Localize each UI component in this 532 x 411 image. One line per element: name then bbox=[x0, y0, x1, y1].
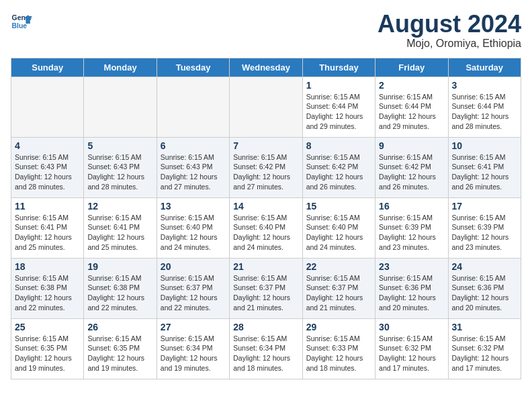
calendar-day-cell: 27Sunrise: 6:15 AM Sunset: 6:34 PM Dayli… bbox=[157, 318, 229, 379]
calendar-day-cell: 26Sunrise: 6:15 AM Sunset: 6:35 PM Dayli… bbox=[84, 318, 157, 379]
title-block: August 2024 Mojo, Oromiya, Ethiopia bbox=[378, 11, 521, 50]
day-number: 9 bbox=[379, 140, 444, 151]
calendar-day-cell: 11Sunrise: 6:15 AM Sunset: 6:41 PM Dayli… bbox=[11, 197, 84, 258]
day-number: 10 bbox=[452, 140, 517, 151]
calendar-week-row: 11Sunrise: 6:15 AM Sunset: 6:41 PM Dayli… bbox=[11, 197, 521, 258]
day-info: Sunrise: 6:15 AM Sunset: 6:42 PM Dayligh… bbox=[379, 152, 444, 192]
day-info: Sunrise: 6:15 AM Sunset: 6:41 PM Dayligh… bbox=[452, 152, 517, 192]
day-number: 30 bbox=[379, 322, 444, 332]
day-number: 24 bbox=[452, 261, 517, 272]
day-number: 17 bbox=[452, 201, 517, 212]
day-number: 5 bbox=[87, 140, 152, 151]
day-number: 11 bbox=[15, 201, 80, 212]
day-number: 31 bbox=[452, 322, 517, 332]
calendar-day-cell: 30Sunrise: 6:15 AM Sunset: 6:32 PM Dayli… bbox=[375, 318, 448, 379]
weekday-header-row: SundayMondayTuesdayWednesdayThursdayFrid… bbox=[11, 58, 521, 77]
day-number: 19 bbox=[87, 261, 152, 272]
day-number: 28 bbox=[233, 322, 298, 332]
calendar-day-cell: 17Sunrise: 6:15 AM Sunset: 6:39 PM Dayli… bbox=[448, 197, 521, 258]
day-number: 13 bbox=[161, 201, 226, 212]
day-info: Sunrise: 6:15 AM Sunset: 6:32 PM Dayligh… bbox=[379, 334, 444, 373]
day-number: 27 bbox=[161, 322, 226, 332]
calendar-day-cell: 7Sunrise: 6:15 AM Sunset: 6:42 PM Daylig… bbox=[230, 137, 302, 197]
day-info: Sunrise: 6:15 AM Sunset: 6:42 PM Dayligh… bbox=[306, 152, 371, 192]
day-info: Sunrise: 6:15 AM Sunset: 6:43 PM Dayligh… bbox=[161, 152, 226, 192]
day-info: Sunrise: 6:15 AM Sunset: 6:36 PM Dayligh… bbox=[452, 273, 517, 313]
calendar-day-cell: 16Sunrise: 6:15 AM Sunset: 6:39 PM Dayli… bbox=[375, 197, 448, 258]
calendar-day-cell: 6Sunrise: 6:15 AM Sunset: 6:43 PM Daylig… bbox=[157, 137, 229, 197]
calendar-day-cell: 28Sunrise: 6:15 AM Sunset: 6:34 PM Dayli… bbox=[230, 318, 302, 379]
day-info: Sunrise: 6:15 AM Sunset: 6:36 PM Dayligh… bbox=[379, 273, 444, 313]
day-info: Sunrise: 6:15 AM Sunset: 6:43 PM Dayligh… bbox=[87, 152, 152, 192]
calendar-day-cell: 24Sunrise: 6:15 AM Sunset: 6:36 PM Dayli… bbox=[448, 258, 521, 318]
calendar-day-cell: 10Sunrise: 6:15 AM Sunset: 6:41 PM Dayli… bbox=[448, 137, 521, 197]
calendar-day-cell: 5Sunrise: 6:15 AM Sunset: 6:43 PM Daylig… bbox=[84, 137, 157, 197]
day-info: Sunrise: 6:15 AM Sunset: 6:42 PM Dayligh… bbox=[233, 152, 298, 192]
day-info: Sunrise: 6:15 AM Sunset: 6:38 PM Dayligh… bbox=[87, 273, 152, 313]
weekday-header: Sunday bbox=[11, 58, 84, 77]
calendar-week-row: 18Sunrise: 6:15 AM Sunset: 6:38 PM Dayli… bbox=[11, 258, 521, 318]
weekday-header: Wednesday bbox=[230, 58, 302, 77]
calendar-day-cell: 14Sunrise: 6:15 AM Sunset: 6:40 PM Dayli… bbox=[230, 197, 302, 258]
calendar-day-cell: 13Sunrise: 6:15 AM Sunset: 6:40 PM Dayli… bbox=[157, 197, 229, 258]
day-number: 4 bbox=[15, 140, 80, 151]
day-number: 20 bbox=[161, 261, 226, 272]
day-info: Sunrise: 6:15 AM Sunset: 6:35 PM Dayligh… bbox=[15, 334, 80, 373]
day-info: Sunrise: 6:15 AM Sunset: 6:41 PM Dayligh… bbox=[87, 213, 152, 253]
calendar-table: SundayMondayTuesdayWednesdayThursdayFrid… bbox=[11, 58, 521, 379]
calendar-day-cell: 1Sunrise: 6:15 AM Sunset: 6:44 PM Daylig… bbox=[302, 77, 375, 137]
calendar-day-cell: 21Sunrise: 6:15 AM Sunset: 6:37 PM Dayli… bbox=[230, 258, 302, 318]
day-info: Sunrise: 6:15 AM Sunset: 6:43 PM Dayligh… bbox=[15, 152, 80, 192]
day-number: 29 bbox=[306, 322, 371, 332]
calendar-week-row: 1Sunrise: 6:15 AM Sunset: 6:44 PM Daylig… bbox=[11, 77, 521, 137]
day-info: Sunrise: 6:15 AM Sunset: 6:38 PM Dayligh… bbox=[15, 273, 80, 313]
day-number: 23 bbox=[379, 261, 444, 272]
day-number: 8 bbox=[306, 140, 371, 151]
day-number: 3 bbox=[452, 80, 517, 91]
calendar-day-cell: 31Sunrise: 6:15 AM Sunset: 6:32 PM Dayli… bbox=[448, 318, 521, 379]
day-number: 2 bbox=[379, 80, 444, 91]
day-info: Sunrise: 6:15 AM Sunset: 6:44 PM Dayligh… bbox=[452, 92, 517, 132]
logo-icon: General Blue bbox=[11, 11, 32, 32]
day-number: 16 bbox=[379, 201, 444, 212]
weekday-header: Friday bbox=[375, 58, 448, 77]
calendar-day-cell: 20Sunrise: 6:15 AM Sunset: 6:37 PM Dayli… bbox=[157, 258, 229, 318]
day-info: Sunrise: 6:15 AM Sunset: 6:34 PM Dayligh… bbox=[233, 334, 298, 373]
day-info: Sunrise: 6:15 AM Sunset: 6:44 PM Dayligh… bbox=[306, 92, 371, 132]
weekday-header: Saturday bbox=[448, 58, 521, 77]
day-number: 18 bbox=[15, 261, 80, 272]
day-info: Sunrise: 6:15 AM Sunset: 6:37 PM Dayligh… bbox=[306, 273, 371, 313]
day-number: 22 bbox=[306, 261, 371, 272]
calendar-day-cell: 19Sunrise: 6:15 AM Sunset: 6:38 PM Dayli… bbox=[84, 258, 157, 318]
weekday-header: Monday bbox=[84, 58, 157, 77]
calendar-day-cell bbox=[230, 77, 302, 137]
logo: General Blue bbox=[11, 11, 32, 32]
calendar-day-cell bbox=[84, 77, 157, 137]
day-info: Sunrise: 6:15 AM Sunset: 6:39 PM Dayligh… bbox=[452, 213, 517, 253]
day-info: Sunrise: 6:15 AM Sunset: 6:44 PM Dayligh… bbox=[379, 92, 444, 132]
day-number: 21 bbox=[233, 261, 298, 272]
calendar-day-cell: 22Sunrise: 6:15 AM Sunset: 6:37 PM Dayli… bbox=[302, 258, 375, 318]
page-header: General Blue August 2024 Mojo, Oromiya, … bbox=[11, 11, 521, 50]
weekday-header: Tuesday bbox=[157, 58, 229, 77]
calendar-day-cell: 12Sunrise: 6:15 AM Sunset: 6:41 PM Dayli… bbox=[84, 197, 157, 258]
day-info: Sunrise: 6:15 AM Sunset: 6:32 PM Dayligh… bbox=[452, 334, 517, 373]
calendar-day-cell: 23Sunrise: 6:15 AM Sunset: 6:36 PM Dayli… bbox=[375, 258, 448, 318]
day-info: Sunrise: 6:15 AM Sunset: 6:37 PM Dayligh… bbox=[161, 273, 226, 313]
day-number: 1 bbox=[306, 80, 371, 91]
day-info: Sunrise: 6:15 AM Sunset: 6:35 PM Dayligh… bbox=[87, 334, 152, 373]
calendar-week-row: 25Sunrise: 6:15 AM Sunset: 6:35 PM Dayli… bbox=[11, 318, 521, 379]
day-number: 14 bbox=[233, 201, 298, 212]
calendar-day-cell: 29Sunrise: 6:15 AM Sunset: 6:33 PM Dayli… bbox=[302, 318, 375, 379]
calendar-day-cell: 15Sunrise: 6:15 AM Sunset: 6:40 PM Dayli… bbox=[302, 197, 375, 258]
day-number: 7 bbox=[233, 140, 298, 151]
day-number: 26 bbox=[87, 322, 152, 332]
day-info: Sunrise: 6:15 AM Sunset: 6:33 PM Dayligh… bbox=[306, 334, 371, 373]
weekday-header: Thursday bbox=[302, 58, 375, 77]
day-number: 6 bbox=[161, 140, 226, 151]
day-info: Sunrise: 6:15 AM Sunset: 6:40 PM Dayligh… bbox=[233, 213, 298, 253]
svg-text:Blue: Blue bbox=[12, 22, 28, 30]
day-number: 15 bbox=[306, 201, 371, 212]
calendar-day-cell: 2Sunrise: 6:15 AM Sunset: 6:44 PM Daylig… bbox=[375, 77, 448, 137]
day-info: Sunrise: 6:15 AM Sunset: 6:39 PM Dayligh… bbox=[379, 213, 444, 253]
